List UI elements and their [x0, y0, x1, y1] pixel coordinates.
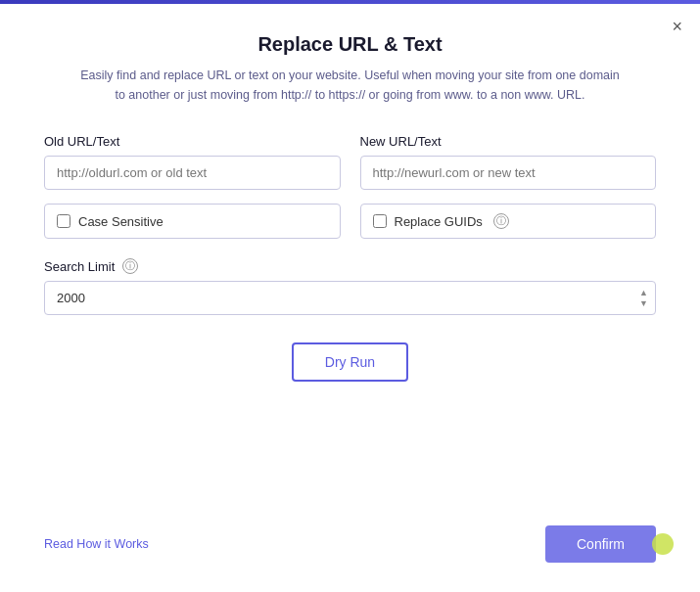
- dialog-title: Replace URL & Text: [44, 33, 656, 56]
- replace-guids-group: Replace GUIDs ⓘ: [360, 204, 657, 239]
- spinner-down-button[interactable]: ▼: [639, 299, 648, 308]
- old-url-label: Old URL/Text: [44, 134, 341, 149]
- old-url-group: Old URL/Text: [44, 134, 341, 190]
- url-fields-row: Old URL/Text New URL/Text: [44, 134, 656, 190]
- checkboxes-row: Case Sensitive Replace GUIDs ⓘ: [44, 204, 656, 239]
- cursor-indicator: [652, 533, 674, 555]
- case-sensitive-checkbox[interactable]: [57, 214, 70, 228]
- new-url-input[interactable]: [360, 156, 657, 190]
- dry-run-row: Dry Run: [44, 342, 656, 382]
- search-limit-text: Search Limit: [44, 259, 115, 274]
- search-limit-info-icon[interactable]: ⓘ: [122, 258, 138, 274]
- case-sensitive-group: Case Sensitive: [44, 204, 341, 239]
- old-url-input[interactable]: [44, 156, 341, 190]
- confirm-button[interactable]: Confirm: [545, 525, 656, 563]
- spinner-buttons: ▲ ▼: [639, 289, 648, 308]
- replace-guids-label: Replace GUIDs: [395, 214, 483, 229]
- search-limit-label: Search Limit ⓘ: [44, 258, 656, 274]
- case-sensitive-label: Case Sensitive: [78, 214, 163, 229]
- footer-row: Read How it Works Confirm: [44, 525, 656, 563]
- new-url-label: New URL/Text: [360, 134, 657, 149]
- read-how-it-works-link[interactable]: Read How it Works: [44, 537, 149, 551]
- dialog: × Replace URL & Text Easily find and rep…: [0, 4, 700, 592]
- dry-run-button[interactable]: Dry Run: [292, 342, 408, 382]
- search-limit-section: Search Limit ⓘ ▲ ▼: [44, 258, 656, 315]
- new-url-group: New URL/Text: [360, 134, 657, 190]
- limit-input-wrap: ▲ ▼: [44, 281, 656, 315]
- spinner-up-button[interactable]: ▲: [639, 289, 648, 297]
- close-button[interactable]: ×: [672, 18, 682, 35]
- search-limit-input[interactable]: [44, 281, 656, 315]
- dialog-subtitle: Easily find and replace URL or text on y…: [76, 66, 625, 105]
- replace-guids-info-icon[interactable]: ⓘ: [493, 213, 509, 229]
- replace-guids-checkbox[interactable]: [373, 214, 387, 228]
